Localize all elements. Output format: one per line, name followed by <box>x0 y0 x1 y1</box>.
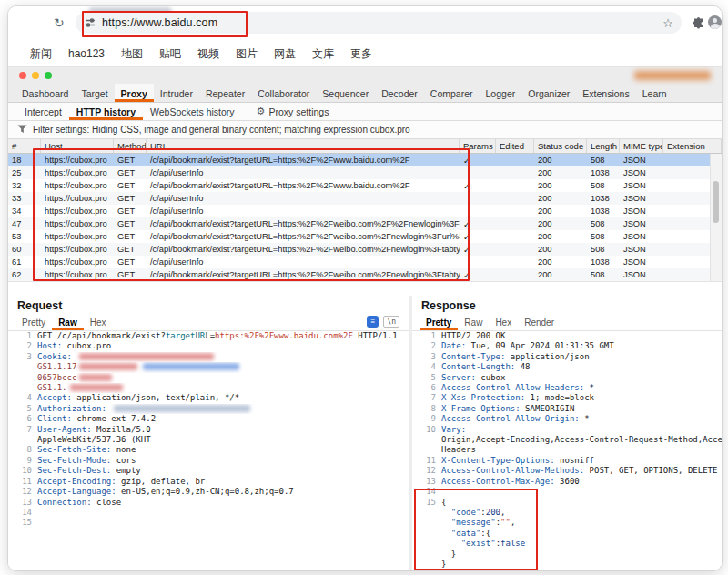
main-tab-collaborator[interactable]: Collaborator <box>251 84 316 102</box>
sub-tab-http-history[interactable]: HTTP history <box>69 103 143 120</box>
table-row-53[interactable]: 53https://cubox.proGET/c/api/bookmark/ex… <box>8 230 710 243</box>
cell-mime: JSON <box>620 207 663 216</box>
history-table-header: #HostMethodURLParamsEditedStatus codeLen… <box>8 139 722 154</box>
column-header-host[interactable]: Host <box>41 139 114 153</box>
code-line: 13Access-Control-Max-Age: 3600 <box>412 477 722 487</box>
code-line: 7X-Xss-Protection: 1; mode=block <box>412 393 722 403</box>
url-bar[interactable]: https://www.baidu.com ☆ <box>76 12 682 34</box>
request-title: Request <box>8 296 409 314</box>
cell-num: 61 <box>8 257 41 267</box>
code-line: "exist":false <box>412 539 722 549</box>
column-header-params[interactable]: Params <box>460 139 496 153</box>
column-header-item[interactable]: # <box>8 139 41 153</box>
column-header-status-code[interactable]: Status code <box>534 139 587 153</box>
code-line: 0657bccc <box>8 373 409 383</box>
reload-button[interactable]: ↻ <box>54 15 65 30</box>
line-number <box>412 529 441 539</box>
main-tab-learn[interactable]: Learn <box>636 84 673 102</box>
main-tab-intruder[interactable]: Intruder <box>154 84 199 102</box>
site-info-icon[interactable] <box>85 17 96 28</box>
column-header-method[interactable]: Method <box>114 139 147 153</box>
cell-params: ✓ <box>460 245 496 255</box>
table-scrollbar-thumb[interactable] <box>713 181 719 223</box>
code-line: 9Access-Control-Allow-Origin: * <box>412 414 722 424</box>
bookmark-star-icon[interactable]: ☆ <box>662 16 673 30</box>
main-tab-logger[interactable]: Logger <box>480 84 522 102</box>
bookmark-item[interactable]: 新闻 <box>30 46 52 62</box>
main-tab-organizer[interactable]: Organizer <box>521 84 576 102</box>
profile-avatar[interactable] <box>708 15 722 29</box>
table-row-61[interactable]: 61https://cubox.proGET/c/api/userInfo200… <box>8 256 710 268</box>
column-header-length[interactable]: Length <box>587 139 620 153</box>
column-header-url[interactable]: URL <box>147 139 460 153</box>
minimize-button[interactable] <box>32 72 39 79</box>
tab-pretty[interactable]: Pretty <box>420 314 458 330</box>
cell-url: /c/api/bookmark/exist?targetURL=https:%2… <box>147 219 460 228</box>
cell-status: 200 <box>534 232 587 241</box>
table-row-34[interactable]: 34https://cubox.proGET/c/api/userInfo200… <box>8 205 710 217</box>
close-button[interactable] <box>19 72 26 79</box>
main-tab-comparer[interactable]: Comparer <box>424 84 480 102</box>
bookmark-item[interactable]: 视频 <box>197 46 219 62</box>
column-header-edited[interactable]: Edited <box>496 139 534 153</box>
cell-status: 200 <box>534 245 587 254</box>
main-tab-sequencer[interactable]: Sequencer <box>316 84 375 102</box>
table-row-25[interactable]: 25https://cubox.proGET/c/api/userInfo200… <box>8 166 710 179</box>
bookmark-item[interactable]: 贴吧 <box>159 46 181 62</box>
main-tab-repeater[interactable]: Repeater <box>199 84 251 102</box>
sub-tab-websockets-history[interactable]: WebSockets history <box>143 103 242 120</box>
line-number: 8 <box>8 445 37 455</box>
line-number: 2 <box>8 341 37 351</box>
proxy-settings-button[interactable]: ⚙ Proxy settings <box>257 103 329 120</box>
cell-length: 508 <box>587 181 620 190</box>
redacted-blur <box>79 363 137 370</box>
extensions-icon[interactable] <box>693 16 704 33</box>
browser-toolbar: ↻ https://www.baidu.com ☆ <box>8 6 722 41</box>
table-row-47[interactable]: 47https://cubox.proGET/c/api/bookmark/ex… <box>8 217 710 230</box>
column-header-mime-type[interactable]: MIME type <box>620 139 663 153</box>
tab-pretty[interactable]: Pretty <box>15 314 52 330</box>
line-number: 12 <box>412 466 441 476</box>
column-header-extension[interactable]: Extension <box>663 139 722 153</box>
table-row-32[interactable]: 32https://cubox.proGET/c/api/bookmark/ex… <box>8 179 710 192</box>
bookmark-item[interactable]: 网盘 <box>274 46 296 62</box>
burp-titlebar <box>8 67 722 84</box>
table-scrollbar[interactable] <box>710 154 722 281</box>
bookmark-item[interactable]: 图片 <box>236 46 258 62</box>
newline-toggle-icon[interactable]: \n <box>383 316 399 328</box>
tab-render[interactable]: Render <box>518 314 561 330</box>
tab-hex[interactable]: Hex <box>489 314 518 330</box>
line-number: 9 <box>8 456 37 466</box>
main-tab-dashboard[interactable]: Dashboard <box>15 84 75 102</box>
bookmark-hao123[interactable]: hao123 <box>68 47 105 60</box>
table-row-18[interactable]: 18https://cubox.proGET/c/api/bookmark/ex… <box>8 154 710 166</box>
tab-raw[interactable]: Raw <box>52 314 84 330</box>
sub-tab-intercept[interactable]: Intercept <box>17 103 69 120</box>
code-line: 15 <box>8 518 409 528</box>
line-number <box>8 362 37 372</box>
cell-status: 200 <box>534 156 587 165</box>
tab-hex[interactable]: Hex <box>84 314 113 330</box>
code-line: 6Client: chrome-ext-7.4.2 <box>8 414 409 424</box>
filter-bar[interactable]: Filter settings: Hiding CSS, image and g… <box>8 121 722 139</box>
bookmark-item[interactable]: 更多 <box>350 46 372 62</box>
tab-raw[interactable]: Raw <box>458 314 489 330</box>
line-number: 5 <box>8 404 37 414</box>
gear-icon: ⚙ <box>257 106 266 117</box>
table-row-33[interactable]: 33https://cubox.proGET/c/api/userInfo200… <box>8 192 710 205</box>
cell-length: 508 <box>587 156 620 165</box>
main-tab-proxy[interactable]: Proxy <box>115 84 154 102</box>
maximize-button[interactable] <box>45 72 52 79</box>
table-row-60[interactable]: 60https://cubox.proGET/c/api/bookmark/ex… <box>8 243 710 256</box>
table-row-62[interactable]: 62https://cubox.proGET/c/api/bookmark/ex… <box>8 268 710 281</box>
line-number: 6 <box>412 383 441 393</box>
request-editor[interactable]: 1GET /c/api/bookmark/exist?targetURL=htt… <box>8 330 409 570</box>
main-tab-decoder[interactable]: Decoder <box>375 84 424 102</box>
bookmark-item[interactable]: 地图 <box>121 46 143 62</box>
main-tab-extensions[interactable]: Extensions <box>576 84 635 102</box>
bookmark-item[interactable]: 文库 <box>312 46 334 62</box>
response-editor[interactable]: 1HTTP/2 200 OK2Date: Tue, 09 Apr 2024 01… <box>412 330 722 570</box>
main-tab-target[interactable]: Target <box>75 84 114 102</box>
browser-window: ↻ https://www.baidu.com ☆ 新闻hao123地图贴吧视频… <box>7 5 723 571</box>
inspector-menu-icon[interactable]: ≡ <box>367 316 379 328</box>
